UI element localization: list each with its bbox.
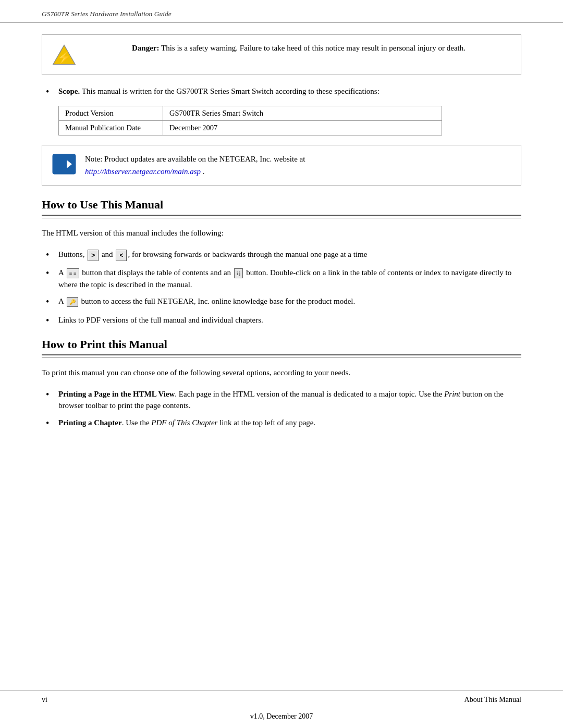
note-link[interactable]: http://kbserver.netgear.com/main.asp [85, 167, 201, 176]
spec-value-2: December 2007 [163, 121, 442, 135]
pdf-chapter-italic: PDF of This Chapter [151, 418, 217, 427]
page-footer: vi About This Manual [0, 690, 563, 709]
svg-text:⚡: ⚡ [57, 51, 71, 65]
list-item: • Printing a Chapter. Use the PDF of Thi… [42, 417, 521, 430]
print-chapter-label: Printing a Chapter [58, 418, 122, 427]
specs-table: Product Version GS700TR Series Smart Swi… [58, 106, 442, 135]
footer-right: About This Manual [464, 696, 521, 704]
section-divider [42, 218, 521, 218]
toc-button-icon: ≡ ≡ [67, 268, 79, 278]
note-box: Note: Product updates are available on t… [42, 145, 521, 186]
list-item: • Links to PDF versions of the full manu… [42, 314, 521, 327]
index-button-icon: i j [234, 268, 243, 278]
how-to-use-bullets: • Buttons, > and <, for browsing forward… [42, 249, 521, 327]
section-divider-2 [42, 357, 521, 358]
page-header-text: GS700TR Series Hardware Installation Gui… [42, 10, 172, 18]
list-item: • Buttons, > and <, for browsing forward… [42, 249, 521, 262]
how-to-print-intro: To print this manual you can choose one … [42, 366, 521, 379]
list-item: • A ≡ ≡ button that displays the table o… [42, 267, 521, 290]
danger-label: Danger: [132, 44, 160, 52]
footer-center: v1.0, December 2007 [0, 709, 563, 728]
print-page-label: Printing a Page in the HTML View [58, 390, 175, 398]
spec-label-1: Product Version [59, 106, 163, 121]
note-period: . [203, 167, 205, 176]
scope-text: Scope. This manual is written for the GS… [58, 85, 521, 97]
page: GS700TR Series Hardware Installation Gui… [0, 0, 563, 728]
spec-label-2: Manual Publication Date [59, 121, 163, 135]
print-italic: Print [444, 390, 460, 398]
how-to-print-bullets: • Printing a Page in the HTML View. Each… [42, 388, 521, 430]
how-to-use-intro: The HTML version of this manual includes… [42, 227, 521, 239]
danger-text: This is a safety warning. Failure to tak… [161, 44, 466, 52]
note-label: Note: [85, 155, 104, 163]
danger-content: Danger: This is a safety warning. Failur… [85, 42, 512, 54]
note-text: Product updates are available on the NET… [104, 155, 305, 163]
scope-bullet: • Scope. This manual is written for the … [42, 85, 521, 98]
how-to-print-heading: How to Print this Manual [42, 338, 521, 355]
how-to-use-heading: How to Use This Manual [42, 198, 521, 216]
spec-value-1: GS700TR Series Smart Switch [163, 106, 442, 121]
back-button-icon: < [116, 250, 127, 261]
page-header: GS700TR Series Hardware Installation Gui… [0, 0, 563, 23]
note-arrow-icon [51, 154, 78, 175]
danger-icon: ⚡ [51, 43, 78, 67]
kb-button-icon: 🔑 [67, 297, 78, 307]
list-item: • A 🔑 button to access the full NETGEAR,… [42, 295, 521, 309]
note-content: Note: Product updates are available on t… [85, 153, 512, 178]
bullet-dot: • [46, 85, 58, 98]
forward-button-icon: > [88, 250, 99, 261]
table-row: Manual Publication Date December 2007 [59, 121, 442, 135]
table-row: Product Version GS700TR Series Smart Swi… [59, 106, 442, 121]
footer-wrapper: vi About This Manual v1.0, December 2007 [0, 677, 563, 728]
scope-section: • Scope. This manual is written for the … [42, 85, 521, 98]
main-content: ⚡ Danger: This is a safety warning. Fail… [0, 34, 563, 677]
svg-rect-2 [53, 154, 76, 174]
scope-label: Scope. [58, 87, 80, 95]
list-item: • Printing a Page in the HTML View. Each… [42, 388, 521, 412]
footer-left: vi [42, 696, 47, 704]
danger-box: ⚡ Danger: This is a safety warning. Fail… [42, 34, 521, 75]
